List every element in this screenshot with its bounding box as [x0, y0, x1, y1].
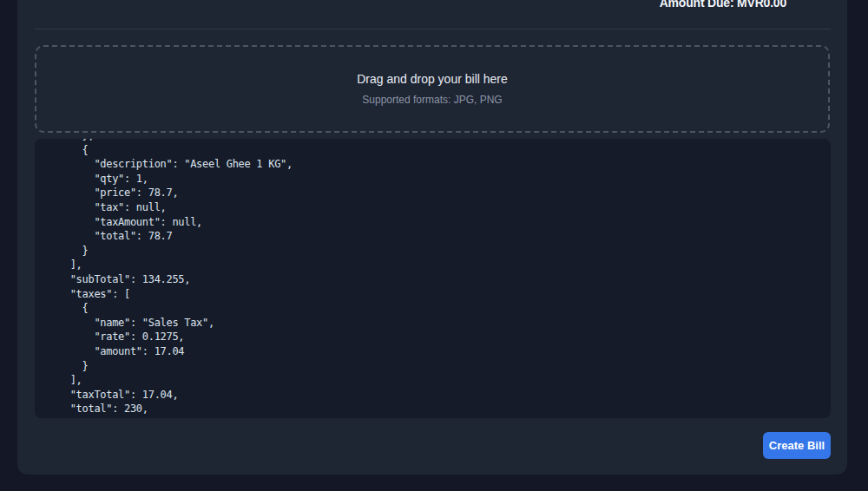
create-bill-button[interactable]: Create Bill	[763, 432, 831, 459]
header-divider	[35, 29, 831, 29]
dropzone-supported-formats: Supported formats: JPG, PNG	[362, 94, 502, 108]
bill-json-editor[interactable]: }, { "description": "Aseel Ghee 1 KG", "…	[35, 139, 831, 418]
dropzone-title: Drag and drop your bill here	[357, 71, 508, 87]
bill-json-content[interactable]: }, { "description": "Aseel Ghee 1 KG", "…	[35, 139, 831, 416]
bill-dropzone[interactable]: Drag and drop your bill here Supported f…	[35, 45, 830, 133]
page-background: Amount Due: MVR0.00 Drag and drop your b…	[0, 0, 868, 491]
amount-due-label: Amount Due: MVR0.00	[660, 0, 786, 9]
bill-upload-panel: Amount Due: MVR0.00 Drag and drop your b…	[17, 0, 847, 475]
